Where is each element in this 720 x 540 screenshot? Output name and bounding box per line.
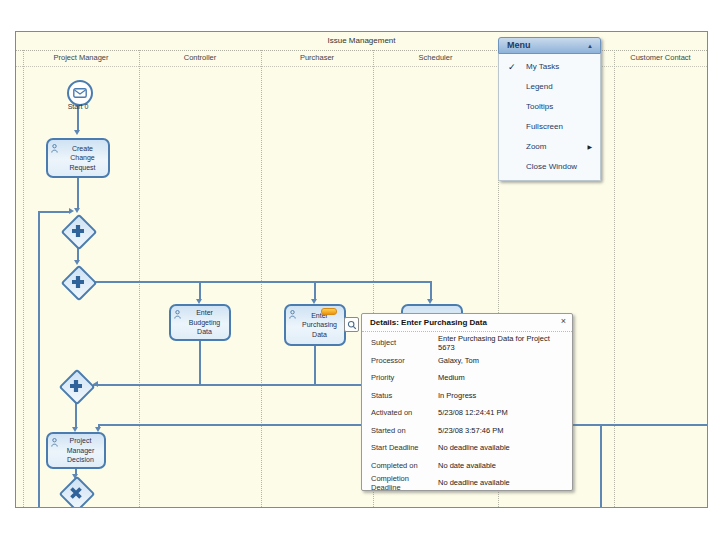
row-value: Enter Purchasing Data for Project 5673 [438, 334, 568, 352]
row-value: No deadline available [438, 478, 510, 487]
details-row-started-on: Started on 5/23/08 3:57:46 PM [371, 422, 568, 440]
row-label: Started on [371, 426, 438, 435]
menu-item-tooltips[interactable]: Tooltips [499, 97, 600, 117]
details-row-priority: Priority Medium [371, 369, 568, 387]
lane-divider [614, 50, 615, 507]
menu-item-zoom[interactable]: Zoom ▶ [499, 137, 600, 157]
menu-title: Menu [507, 40, 531, 50]
lane-divider [261, 50, 262, 507]
chevron-up-icon: ▲ [587, 38, 593, 54]
details-row-status: Status In Progress [371, 387, 568, 405]
menu-item-label: Zoom [526, 142, 546, 151]
details-popup-title: Details: Enter Purchasing Data [370, 318, 487, 327]
submenu-arrow-icon: ▶ [587, 137, 592, 157]
row-value: Galaxy, Tom [438, 356, 479, 365]
envelope-icon [73, 84, 87, 102]
row-label: Priority [371, 373, 438, 382]
menu-item-close-window[interactable]: Close Window [499, 157, 600, 177]
details-magnifier-button[interactable] [344, 317, 359, 332]
x-icon [68, 485, 84, 501]
task-label: Enter Purchasing Data [298, 311, 341, 339]
row-label: Completed on [371, 461, 438, 470]
row-value: No date available [438, 461, 496, 470]
details-row-completed-on: Completed on No date available [371, 457, 568, 475]
row-value: No deadline available [438, 443, 510, 452]
close-icon[interactable]: × [561, 316, 566, 326]
start-event-label: Start 0 [48, 103, 108, 110]
arrowhead [74, 130, 80, 135]
lane-divider [139, 50, 140, 507]
details-row-subject: Subject Enter Purchasing Data for Projec… [371, 334, 568, 352]
flow-to-scheduler-task [430, 282, 432, 299]
parallel-gateway-1 [61, 214, 95, 248]
loopback-edge-horizontal [38, 211, 69, 213]
process-viewer: Issue Management Project Manager Control… [0, 0, 720, 540]
flow-to-budgeting [199, 282, 201, 299]
menu-body: ✓ My Tasks Legend Tooltips Fullscreen Zo… [498, 54, 601, 181]
row-label: Subject [371, 338, 438, 347]
flow-to-purchasing [314, 282, 316, 299]
exclusive-gateway [59, 476, 93, 508]
menu-item-legend[interactable]: Legend [499, 77, 600, 97]
details-row-processor: Processor Galaxy, Tom [371, 352, 568, 370]
parallel-gateway-2 [61, 265, 95, 299]
task-project-manager-decision[interactable]: Project Manager Decision [46, 432, 106, 469]
row-label: Status [371, 391, 438, 400]
task-label: Enter Budgeting Data [183, 308, 226, 336]
popup-title-divider [362, 331, 572, 332]
magnifier-icon [347, 320, 357, 330]
check-icon: ✓ [508, 57, 516, 77]
menu-item-label: Fullscreen [526, 122, 563, 131]
row-label: Activated on [371, 408, 438, 417]
row-label: Completion Deadline [371, 474, 438, 492]
flow-return-vertical [600, 424, 602, 507]
loopback-edge-vertical [38, 211, 40, 507]
task-create-change-request[interactable]: Create Change Request [46, 138, 110, 178]
flow-purchasing-out [314, 346, 316, 385]
person-icon [51, 438, 58, 449]
menu-item-label: Legend [526, 82, 553, 91]
details-popup: Details: Enter Purchasing Data × Subject… [361, 313, 573, 491]
person-icon [174, 310, 181, 321]
row-value: 5/23/08 12:24:41 PM [438, 408, 508, 417]
plus-icon [70, 223, 86, 239]
menu-item-label: Close Window [526, 162, 577, 171]
plus-icon [70, 274, 86, 290]
flow-create-to-gateway1 [77, 178, 79, 208]
lane-header-purchaser: Purchaser [261, 50, 373, 66]
lane-header-customer-contact: Customer Contact [614, 50, 707, 66]
lane-header-divider [16, 66, 707, 67]
person-icon [289, 310, 296, 321]
parallel-gateway-3 [59, 369, 93, 403]
pool-title: Issue Management [16, 32, 707, 51]
flow-split-horizontal [94, 281, 432, 283]
lane-header-scheduler: Scheduler [373, 50, 498, 66]
task-label: Project Manager Decision [60, 436, 101, 464]
row-value: 5/23/08 3:57:46 PM [438, 426, 503, 435]
details-row-activated-on: Activated on 5/23/08 12:24:41 PM [371, 404, 568, 422]
arrowhead [74, 208, 80, 213]
menu-dropdown: Menu ▲ ✓ My Tasks Legend Tooltips Fullsc… [498, 37, 601, 181]
task-label: Create Change Request [60, 144, 105, 172]
row-label: Processor [371, 356, 438, 365]
details-row-start-deadline: Start Deadline No deadline available [371, 439, 568, 457]
row-value: In Progress [438, 391, 476, 400]
lane-header-controller: Controller [139, 50, 261, 66]
menu-item-label: My Tasks [526, 62, 559, 71]
menu-item-fullscreen[interactable]: Fullscreen [499, 117, 600, 137]
pool-label-divider [23, 50, 24, 507]
lane-header-project-manager: Project Manager [23, 50, 139, 66]
menu-item-my-tasks[interactable]: ✓ My Tasks [499, 57, 600, 77]
flow-budgeting-out [199, 341, 201, 385]
highlight-badge [321, 308, 337, 315]
flow-gateway1-to-gateway2 [77, 248, 79, 260]
row-label: Start Deadline [371, 443, 438, 452]
details-rows: Subject Enter Purchasing Data for Projec… [371, 334, 568, 492]
plus-icon [68, 378, 84, 394]
menu-header[interactable]: Menu ▲ [498, 37, 601, 54]
flow-gateway3-to-decision [75, 403, 77, 428]
row-value: Medium [438, 373, 465, 382]
menu-item-label: Tooltips [526, 102, 553, 111]
task-enter-budgeting-data[interactable]: Enter Budgeting Data [169, 304, 231, 341]
details-row-completion-deadline: Completion Deadline No deadline availabl… [371, 474, 568, 492]
